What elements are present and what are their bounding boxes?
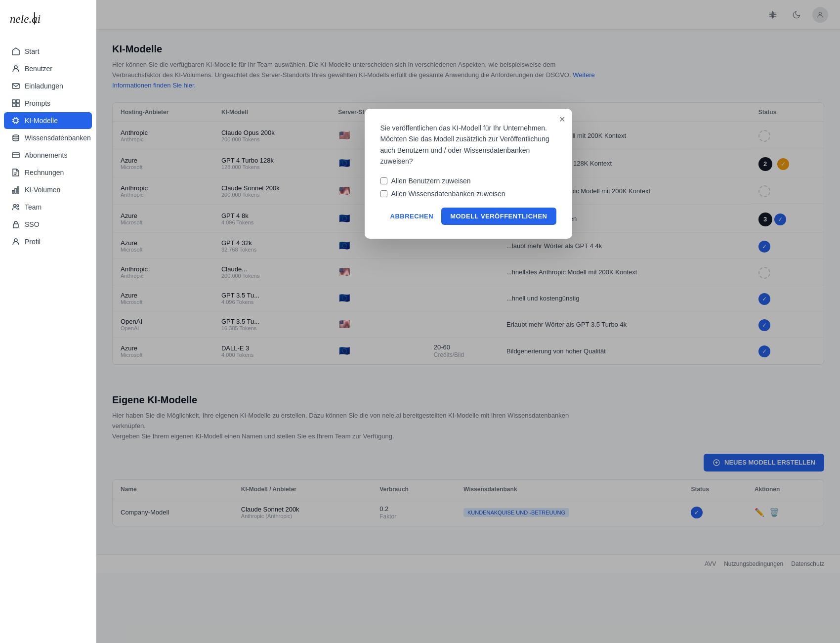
sidebar-item-ki-modelle[interactable]: KI-Modelle (4, 112, 92, 129)
check-wissensdatenbank-text: Allen Wissensdatenbanken zuweisen (391, 190, 505, 198)
sidebar-nav: Start Benutzer Einladungen Prompts KI-Mo… (0, 39, 96, 643)
dialog-close-button[interactable]: ✕ (559, 115, 565, 124)
check-wissensdatenbank-input[interactable] (380, 190, 387, 197)
sidebar-item-start[interactable]: Start (4, 43, 92, 60)
sidebar-label-team: Team (25, 203, 42, 211)
database-icon (12, 134, 20, 142)
svg-point-14 (14, 205, 16, 207)
file-text-icon (12, 169, 20, 176)
svg-point-17 (14, 239, 17, 242)
dialog-actions: ABBRECHEN MODELL VERÖFFENTLICHEN (380, 208, 556, 225)
sidebar-item-abonnements[interactable]: Abonnements (4, 147, 92, 164)
svg-rect-12 (15, 188, 16, 193)
sidebar-label-ki-volumen: KI-Volumen (25, 186, 60, 194)
svg-rect-11 (12, 190, 14, 193)
home-icon (12, 47, 20, 55)
sidebar-label-wissensdatenbanken: Wissensdatenbanken (25, 134, 91, 142)
check-benutzer-label[interactable]: Allen Benutzern zuweisen (380, 177, 556, 185)
svg-point-9 (13, 135, 19, 137)
svg-rect-16 (13, 224, 18, 228)
logo: nele.ai (0, 0, 96, 39)
svg-rect-3 (12, 84, 19, 88)
sidebar-item-benutzer[interactable]: Benutzer (4, 60, 92, 77)
sidebar-label-profil: Profil (25, 238, 41, 246)
sidebar-label-rechnungen: Rechnungen (25, 169, 64, 176)
sidebar-label-einladungen: Einladungen (25, 82, 63, 90)
user-icon (12, 65, 20, 73)
credit-card-icon (12, 151, 20, 159)
users-icon (12, 203, 20, 211)
sidebar-label-benutzer: Benutzer (25, 65, 52, 73)
grid-icon (12, 99, 20, 107)
svg-point-15 (17, 205, 19, 207)
sidebar-label-start: Start (25, 47, 40, 55)
svg-rect-6 (12, 104, 15, 107)
svg-rect-13 (17, 187, 19, 193)
publish-dialog: ✕ Sie veröffentlichen das KI-Modell für … (365, 109, 572, 239)
check-benutzer-input[interactable] (380, 177, 387, 184)
dialog-overlay: ✕ Sie veröffentlichen das KI-Modell für … (96, 0, 840, 643)
sidebar-item-prompts[interactable]: Prompts (4, 95, 92, 112)
svg-rect-4 (12, 100, 15, 103)
sidebar-item-team[interactable]: Team (4, 199, 92, 215)
sidebar-label-abonnements: Abonnements (25, 151, 67, 159)
sidebar-label-ki-modelle: KI-Modelle (25, 117, 58, 125)
svg-rect-7 (16, 104, 19, 107)
sidebar-item-wissensdatenbanken[interactable]: Wissensdatenbanken (4, 129, 92, 146)
sidebar-label-prompts: Prompts (25, 99, 50, 107)
svg-rect-10 (12, 153, 19, 158)
svg-point-2 (14, 66, 17, 69)
sidebar-label-sso: SSO (25, 220, 40, 228)
sidebar: nele.ai Start Benutzer Einladungen Promp… (0, 0, 96, 643)
lock-icon (12, 220, 20, 228)
cpu-icon (12, 117, 20, 125)
sidebar-item-einladungen[interactable]: Einladungen (4, 78, 92, 94)
mail-icon (12, 82, 20, 90)
sidebar-item-sso[interactable]: SSO (4, 216, 92, 233)
dialog-text: Sie veröffentlichen das KI-Modell für Ih… (380, 123, 556, 167)
bar-chart-icon (12, 186, 20, 194)
check-benutzer-text: Allen Benutzern zuweisen (391, 177, 471, 185)
svg-rect-5 (16, 100, 19, 103)
person-icon (12, 238, 20, 246)
svg-text:nele.ai: nele.ai (10, 12, 41, 25)
sidebar-item-rechnungen[interactable]: Rechnungen (4, 164, 92, 181)
svg-rect-8 (14, 119, 18, 123)
cancel-button[interactable]: ABBRECHEN (388, 208, 436, 225)
check-wissensdatenbank-label[interactable]: Allen Wissensdatenbanken zuweisen (380, 190, 556, 198)
sidebar-item-ki-volumen[interactable]: KI-Volumen (4, 181, 92, 198)
publish-button[interactable]: MODELL VERÖFFENTLICHEN (441, 208, 556, 225)
main-content: KI-Modelle Hier können Sie die verfügbar… (96, 0, 840, 643)
sidebar-item-profil[interactable]: Profil (4, 233, 92, 250)
